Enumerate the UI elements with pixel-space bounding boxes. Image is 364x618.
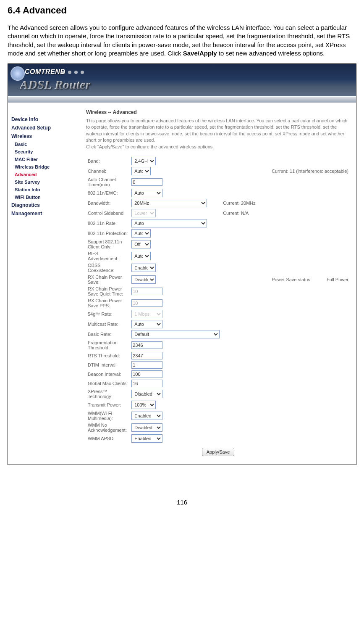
sideband-select: Lower [131,209,156,217]
protection-select[interactable]: Auto [131,229,151,238]
g54-label: 54g™ Rate: [86,309,130,319]
rx-ps-select[interactable]: Disable [131,275,156,284]
sidebar-item-device-info[interactable]: Device Info [11,115,79,124]
desc-line2: Click "Apply/Save" to configure the adva… [86,144,214,149]
banner-bar [8,96,356,103]
rts-input[interactable] [131,352,162,359]
product-text: ADSL Router [20,77,90,92]
obss-select[interactable]: Enable [131,264,156,272]
sideband-info: Current: N/A [221,208,350,218]
ewc-label: 802.11n/EWC: [86,188,130,198]
rts-label: RTS Threshold: [86,351,130,360]
wmm-apsd-label: WMM APSD: [86,433,130,444]
rifs-select[interactable]: Auto [131,252,151,260]
main-panel: Wireless -- Advanced This page allows yo… [80,103,356,465]
wmm-noack-select[interactable]: Disabled [131,423,162,432]
intro-paragraph: The Advanced screen allows you to config… [8,24,356,58]
xpress-select[interactable]: Disabled [131,390,162,398]
rx-ps-info-label: Power Save status: [221,274,322,285]
brand-text: COMTREND [25,68,65,76]
page-description: This page allows you to configure advanc… [86,118,350,150]
apply-save-button[interactable]: Apply/Save [202,448,235,456]
rifs-label: RIFS Advertisement: [86,250,130,262]
banner-dots [62,71,84,74]
xpress-label: XPress™ Technology: [86,388,130,400]
protection-label: 802.11n Protection: [86,228,130,238]
sidebar-item-wireless[interactable]: Wireless [11,132,79,140]
sidebar-item-basic[interactable]: Basic [11,140,79,148]
rx-ps-label: RX Chain Power Save: [86,274,130,285]
rate-label: 802.11n Rate: [86,218,130,228]
bandwidth-select[interactable]: 20MHz [131,199,207,207]
sidebar-item-wireless-bridge[interactable]: Wireless Bridge [11,163,79,171]
dtim-label: DTIM Interval: [86,360,130,370]
auto-timer-input[interactable] [131,178,162,186]
bandwidth-info: Current: 20MHz [221,198,350,208]
client-only-label: Support 802.11n Client Only: [86,238,130,250]
wmm-noack-label: WMM No Acknowledgement: [86,422,130,433]
desc-line1: This page allows you to configure advanc… [86,118,347,143]
g54-select: 1 Mbps [131,310,162,318]
intro-bold: Save/Apply [183,50,217,57]
multicast-label: Multicast Rate: [86,319,130,329]
ewc-select[interactable]: Auto [131,189,162,197]
band-label: Band: [86,156,130,166]
page-title: Wireless -- Advanced [86,109,350,115]
rate-select[interactable]: Auto [131,219,207,227]
beacon-input[interactable] [131,370,162,378]
router-screenshot: COMTREND ADSL Router Device Info Advance… [8,63,356,465]
intro-text-b: to set new advanced wireless options. [217,50,325,57]
rx-ps-pps-input [131,299,162,307]
sidebar-item-station-info[interactable]: Station Info [11,186,79,193]
tx-power-select[interactable]: 100% [131,401,156,409]
sidebar-item-advanced-setup[interactable]: Advanced Setup [11,124,79,132]
sidebar-item-site-survey[interactable]: Site Survey [11,178,79,186]
bandwidth-label: Bandwidth: [86,198,130,208]
auto-timer-label: Auto Channel Timer(min) [86,176,130,188]
multicast-select[interactable]: Auto [131,320,162,328]
channel-label: Channel: [86,166,130,176]
frag-input[interactable] [131,341,162,349]
rx-ps-quiet-input [131,288,162,295]
sidebar-item-mac-filter[interactable]: MAC Filter [11,156,79,163]
banner: COMTREND ADSL Router [8,64,356,103]
max-clients-input[interactable] [131,380,162,387]
sidebar-item-wifi-button[interactable]: WiFi Button [11,193,79,201]
rx-ps-quiet-label: RX Chain Power Save Quiet Time: [86,285,130,297]
rx-ps-info-value: Full Power [322,274,350,285]
obss-label: OBSS Coexistence: [86,262,130,274]
rx-ps-pps-label: RX Chain Power Save PPS: [86,297,130,309]
sidebar: Device Info Advanced Setup Wireless Basi… [8,103,80,465]
channel-info: Current: 11 (interference: acceptable) [221,166,350,176]
basic-rate-select[interactable]: Default [131,330,220,338]
wmm-label: WMM(Wi-Fi Multimedia): [86,410,130,422]
channel-select[interactable]: Auto [131,167,151,175]
settings-form: Band: 2.4GHz Channel: Auto Current: 11 (… [86,156,350,444]
sidebar-item-management[interactable]: Management [11,209,79,218]
sidebar-item-diagnostics[interactable]: Diagnostics [11,201,79,209]
band-select[interactable]: 2.4GHz [131,157,156,165]
basic-rate-label: Basic Rate: [86,329,130,339]
sidebar-item-security[interactable]: Security [11,148,79,156]
max-clients-label: Global Max Clients: [86,379,130,388]
client-only-select[interactable]: Off [131,240,151,248]
sidebar-item-advanced[interactable]: Advanced [11,171,79,178]
wmm-select[interactable]: Enabled [131,412,162,420]
wmm-apsd-select[interactable]: Enabled [131,434,162,443]
section-heading: 6.4 Advanced [8,5,356,16]
tx-power-label: Transmit Power: [86,400,130,410]
sideband-label: Control Sideband: [86,208,130,218]
dtim-input[interactable] [131,361,162,369]
page-number: 116 [8,499,356,506]
beacon-label: Beacon Interval: [86,370,130,379]
frag-label: Fragmentation Threshold: [86,339,130,351]
